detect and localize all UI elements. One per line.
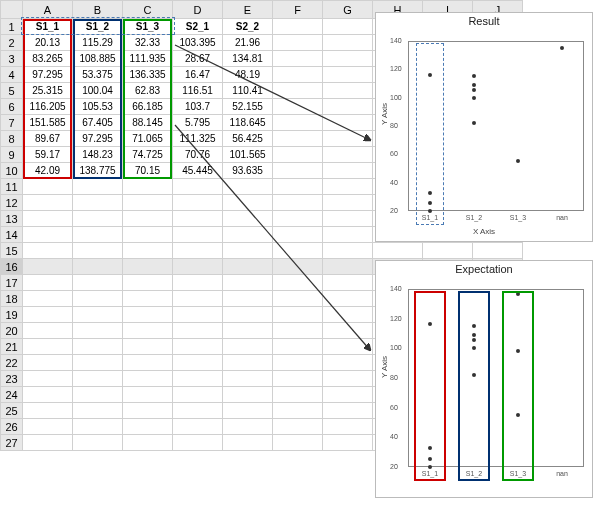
cell-A21[interactable]: [23, 339, 73, 355]
cell-A24[interactable]: [23, 387, 73, 403]
row-header-7[interactable]: 7: [1, 115, 23, 131]
cell-A22[interactable]: [23, 355, 73, 371]
cell-D7[interactable]: 5.795: [173, 115, 223, 131]
cell-A19[interactable]: [23, 307, 73, 323]
cell-D2[interactable]: 103.395: [173, 35, 223, 51]
cell-D10[interactable]: 45.445: [173, 163, 223, 179]
col-header-E[interactable]: E: [223, 1, 273, 19]
cell-E25[interactable]: [223, 403, 273, 419]
cell-F26[interactable]: [273, 419, 323, 435]
cell-C7[interactable]: 88.145: [123, 115, 173, 131]
cell-C6[interactable]: 66.185: [123, 99, 173, 115]
row-header-12[interactable]: 12: [1, 195, 23, 211]
cell-F7[interactable]: [273, 115, 323, 131]
cell-B10[interactable]: 138.775: [73, 163, 123, 179]
cell-I15[interactable]: [423, 243, 473, 259]
cell-A7[interactable]: 151.585: [23, 115, 73, 131]
cell-E22[interactable]: [223, 355, 273, 371]
cell-F23[interactable]: [273, 371, 323, 387]
cell-D13[interactable]: [173, 211, 223, 227]
cell-F25[interactable]: [273, 403, 323, 419]
cell-G18[interactable]: [323, 291, 373, 307]
cell-C27[interactable]: [123, 435, 173, 451]
cell-J15[interactable]: [473, 243, 523, 259]
cell-D8[interactable]: 111.325: [173, 131, 223, 147]
cell-B24[interactable]: [73, 387, 123, 403]
cell-E19[interactable]: [223, 307, 273, 323]
select-all-corner[interactable]: [1, 1, 23, 19]
cell-G3[interactable]: [323, 51, 373, 67]
cell-A16[interactable]: [23, 259, 73, 275]
col-header-G[interactable]: G: [323, 1, 373, 19]
cell-B25[interactable]: [73, 403, 123, 419]
cell-F5[interactable]: [273, 83, 323, 99]
cell-C5[interactable]: 62.83: [123, 83, 173, 99]
cell-E6[interactable]: 52.155: [223, 99, 273, 115]
cell-D26[interactable]: [173, 419, 223, 435]
cell-C13[interactable]: [123, 211, 173, 227]
cell-B2[interactable]: 115.29: [73, 35, 123, 51]
row-header-4[interactable]: 4: [1, 67, 23, 83]
cell-B1[interactable]: S1_2: [73, 19, 123, 35]
cell-F3[interactable]: [273, 51, 323, 67]
cell-G23[interactable]: [323, 371, 373, 387]
cell-E23[interactable]: [223, 371, 273, 387]
cell-A25[interactable]: [23, 403, 73, 419]
cell-B8[interactable]: 97.295: [73, 131, 123, 147]
cell-D22[interactable]: [173, 355, 223, 371]
cell-G12[interactable]: [323, 195, 373, 211]
cell-G16[interactable]: [323, 259, 373, 275]
cell-B4[interactable]: 53.375: [73, 67, 123, 83]
cell-A23[interactable]: [23, 371, 73, 387]
cell-B18[interactable]: [73, 291, 123, 307]
col-header-B[interactable]: B: [73, 1, 123, 19]
row-header-26[interactable]: 26: [1, 419, 23, 435]
cell-A1[interactable]: S1_1: [23, 19, 73, 35]
cell-F13[interactable]: [273, 211, 323, 227]
row-header-25[interactable]: 25: [1, 403, 23, 419]
cell-B19[interactable]: [73, 307, 123, 323]
cell-G27[interactable]: [323, 435, 373, 451]
row-header-23[interactable]: 23: [1, 371, 23, 387]
row-header-9[interactable]: 9: [1, 147, 23, 163]
cell-A3[interactable]: 83.265: [23, 51, 73, 67]
cell-F11[interactable]: [273, 179, 323, 195]
cell-B6[interactable]: 105.53: [73, 99, 123, 115]
row-header-8[interactable]: 8: [1, 131, 23, 147]
cell-D5[interactable]: 116.51: [173, 83, 223, 99]
row-header-2[interactable]: 2: [1, 35, 23, 51]
cell-A9[interactable]: 59.17: [23, 147, 73, 163]
cell-E16[interactable]: [223, 259, 273, 275]
cell-F6[interactable]: [273, 99, 323, 115]
cell-D3[interactable]: 28.67: [173, 51, 223, 67]
cell-B7[interactable]: 67.405: [73, 115, 123, 131]
row-header-24[interactable]: 24: [1, 387, 23, 403]
cell-A10[interactable]: 42.09: [23, 163, 73, 179]
row-header-6[interactable]: 6: [1, 99, 23, 115]
cell-E27[interactable]: [223, 435, 273, 451]
cell-B16[interactable]: [73, 259, 123, 275]
cell-E24[interactable]: [223, 387, 273, 403]
row-header-27[interactable]: 27: [1, 435, 23, 451]
cell-D11[interactable]: [173, 179, 223, 195]
cell-G5[interactable]: [323, 83, 373, 99]
cell-E2[interactable]: 21.96: [223, 35, 273, 51]
cell-A17[interactable]: [23, 275, 73, 291]
cell-F16[interactable]: [273, 259, 323, 275]
cell-D4[interactable]: 16.47: [173, 67, 223, 83]
cell-A20[interactable]: [23, 323, 73, 339]
cell-A18[interactable]: [23, 291, 73, 307]
cell-E4[interactable]: 48.19: [223, 67, 273, 83]
cell-C9[interactable]: 74.725: [123, 147, 173, 163]
cell-E20[interactable]: [223, 323, 273, 339]
cell-G8[interactable]: [323, 131, 373, 147]
cell-D6[interactable]: 103.7: [173, 99, 223, 115]
cell-B20[interactable]: [73, 323, 123, 339]
cell-B9[interactable]: 148.23: [73, 147, 123, 163]
cell-G19[interactable]: [323, 307, 373, 323]
cell-E17[interactable]: [223, 275, 273, 291]
cell-E26[interactable]: [223, 419, 273, 435]
cell-G22[interactable]: [323, 355, 373, 371]
cell-D12[interactable]: [173, 195, 223, 211]
row-header-22[interactable]: 22: [1, 355, 23, 371]
